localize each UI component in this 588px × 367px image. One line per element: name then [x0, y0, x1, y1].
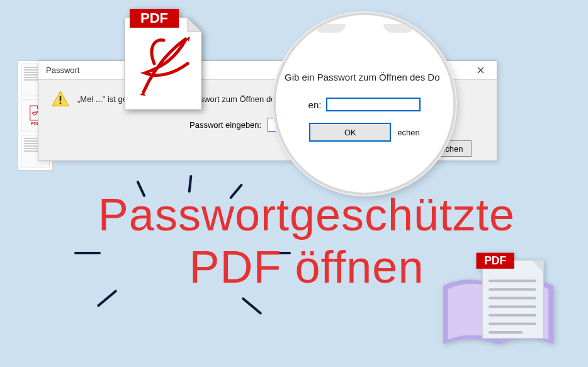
magnifier-prompt: Gib ein Passwort zum Öffnen des Do — [285, 72, 444, 82]
pdf-badge-text: PDF — [140, 10, 168, 26]
magnifier-zoom: Gib ein Passwort zum Öffnen des Do en: O… — [273, 13, 456, 195]
book-pdf-icon: PDF — [437, 243, 560, 353]
svg-rect-0 — [60, 96, 62, 101]
password-label: Passwort eingeben: — [189, 120, 261, 130]
dialog-title: Passwort — [46, 65, 79, 75]
magnifier-cancel-fragment: echen — [397, 128, 419, 137]
warning-icon — [51, 90, 70, 108]
close-icon — [477, 67, 484, 74]
svg-rect-3 — [482, 260, 543, 338]
close-button[interactable] — [469, 63, 492, 78]
headline-line1: Passwortgeschützte — [50, 189, 563, 241]
magnifier-password-input[interactable] — [326, 98, 421, 111]
magnifier-ok-button[interactable]: OK — [309, 123, 391, 142]
book-pdf-badge-text: PDF — [484, 254, 506, 267]
svg-rect-1 — [60, 103, 62, 104]
decoration-dash — [241, 297, 262, 315]
pdf-file-icon: PDF — [113, 4, 208, 111]
magnifier-label-suffix: en: — [308, 99, 322, 110]
